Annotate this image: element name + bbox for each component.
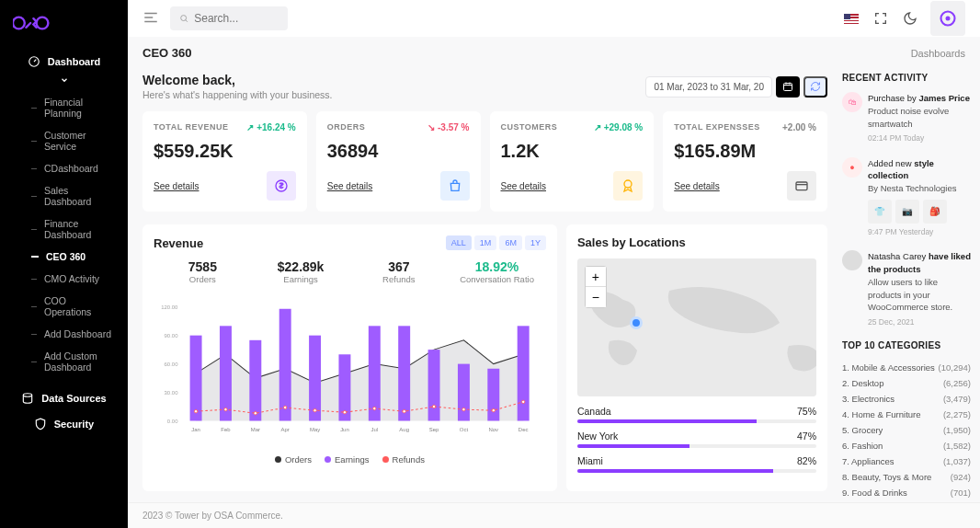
category-row[interactable]: 4. Home & Furniture(2,275) <box>842 407 971 422</box>
svg-rect-22 <box>428 350 440 420</box>
revenue-card: Revenue ALL1M6M1Y 7585Orders$22.89kEarni… <box>142 224 557 491</box>
svg-point-28 <box>254 412 256 415</box>
stat-change: ↗ +29.08 % <box>594 122 643 132</box>
map-zoom-out[interactable]: − <box>586 287 606 307</box>
sidebar-item-sales-dashboard[interactable]: Sales Dashboard <box>18 179 128 212</box>
svg-rect-15 <box>220 326 232 420</box>
search-box[interactable] <box>170 6 288 30</box>
avatar-button[interactable] <box>930 1 965 36</box>
topbar <box>128 0 980 37</box>
gauge-icon <box>28 55 40 68</box>
page-title: CEO 360 <box>142 46 191 60</box>
metric: 18.92%Conversation Ratio <box>448 259 546 284</box>
category-row[interactable]: 6. Fashion(1,582) <box>842 438 971 453</box>
svg-rect-17 <box>279 309 291 421</box>
category-row[interactable]: 2. Desktop(6,256) <box>842 375 971 391</box>
svg-point-26 <box>194 409 197 412</box>
svg-text:120.00: 120.00 <box>161 304 178 310</box>
nav-security[interactable]: Security <box>0 411 128 437</box>
svg-point-7 <box>624 180 632 188</box>
svg-point-34 <box>432 405 435 407</box>
sidebar-item-add-dashboard[interactable]: Add Dashboard <box>18 323 128 345</box>
welcome-title: Welcome back, <box>142 73 333 87</box>
sidebar-item-add-custom-dashboard[interactable]: Add Custom Dashboard <box>18 345 128 378</box>
fullscreen-icon[interactable] <box>872 9 890 28</box>
svg-point-33 <box>403 409 405 412</box>
chevron-down-icon <box>60 75 69 85</box>
svg-text:Aug: Aug <box>399 427 409 432</box>
welcome-subtitle: Here's what's happening with your busine… <box>142 89 333 100</box>
stat-value: 1.2K <box>501 141 644 162</box>
category-row[interactable]: 3. Electronics(3,479) <box>842 391 971 407</box>
menu-icon[interactable] <box>142 9 159 29</box>
footer: 2023 © Tower by OSA Commerce. <box>128 502 980 528</box>
svg-rect-23 <box>458 364 470 421</box>
svg-text:Nov: Nov <box>488 427 498 432</box>
svg-text:Jun: Jun <box>340 427 349 432</box>
svg-text:Feb: Feb <box>221 427 231 432</box>
nav-dashboard[interactable]: Dashboard <box>0 49 128 91</box>
location-row: New York47% <box>577 430 816 448</box>
svg-rect-24 <box>487 369 499 421</box>
see-details-link[interactable]: See details <box>501 181 546 191</box>
logo[interactable] <box>0 13 128 49</box>
revenue-title: Revenue <box>154 236 203 250</box>
sidebar-item-coo-operations[interactable]: COO Operations <box>18 290 128 323</box>
stat-change: ↘ -3.57 % <box>427 122 469 132</box>
sidebar: Dashboard Financial Planning Customer Se… <box>0 0 128 528</box>
activity-icon: 🛍 <box>842 92 862 112</box>
category-row[interactable]: 1. Mobile & Accessories(10,294) <box>842 360 971 375</box>
category-row[interactable]: 5. Grocery(1,950) <box>842 422 971 438</box>
time-tab-1M[interactable]: 1M <box>474 235 497 250</box>
metric: 7585Orders <box>154 259 252 284</box>
sidebar-item-cmo-activity[interactable]: CMO Activity <box>18 268 128 290</box>
database-icon <box>21 392 34 405</box>
calendar-button[interactable] <box>776 76 800 98</box>
time-tab-1Y[interactable]: 1Y <box>525 235 546 250</box>
nav-data-sources[interactable]: Data Sources <box>0 385 128 411</box>
see-details-link[interactable]: See details <box>327 181 372 191</box>
svg-point-32 <box>373 407 376 409</box>
category-row[interactable]: 8. Beauty, Toys & More(924) <box>842 469 971 485</box>
see-details-link[interactable]: See details <box>154 181 199 191</box>
search-input[interactable] <box>194 12 279 25</box>
stat-card-2: CUSTOMERS ↗ +29.08 % 1.2K See details <box>490 111 655 212</box>
svg-point-35 <box>462 407 465 410</box>
sidebar-item-cdashboard[interactable]: CDashboard <box>18 157 128 179</box>
category-row[interactable]: 7. Appliances(1,037) <box>842 453 971 469</box>
stat-value: 36894 <box>327 141 470 162</box>
metric: $22.89kEarnings <box>252 259 350 284</box>
sidebar-item-customer-service[interactable]: Customer Service <box>18 124 128 157</box>
category-row[interactable]: 9. Food & Drinks(701) <box>842 485 971 500</box>
dark-mode-icon[interactable] <box>901 9 919 28</box>
svg-text:60.00: 60.00 <box>165 362 179 367</box>
svg-text:30.00: 30.00 <box>165 390 179 396</box>
refresh-button[interactable] <box>803 76 827 98</box>
metric: 367Refunds <box>349 259 448 284</box>
breadcrumb[interactable]: Dashboards <box>911 48 965 59</box>
svg-point-4 <box>946 17 951 21</box>
sidebar-item-finance-dashboard[interactable]: Finance Dashboard <box>18 212 128 246</box>
svg-rect-14 <box>190 336 202 421</box>
recent-activity-title: RECENT ACTIVITY <box>842 73 971 83</box>
date-range-input[interactable]: 01 Mar, 2023 to 31 Mar, 20 <box>645 76 772 98</box>
svg-text:May: May <box>310 427 320 432</box>
medal-icon <box>613 171 643 201</box>
see-details-link[interactable]: See details <box>674 181 719 191</box>
sidebar-item-financial-planning[interactable]: Financial Planning <box>18 91 128 124</box>
stat-card-1: ORDERS ↘ -3.57 % 36894 See details <box>316 111 481 212</box>
time-tab-ALL[interactable]: ALL <box>446 235 472 250</box>
svg-point-1 <box>24 394 32 397</box>
world-map[interactable]: + − <box>577 258 816 396</box>
stat-card-3: TOTAL EXPENSSES +2.00 % $165.89M See det… <box>663 111 827 212</box>
time-tab-6M[interactable]: 6M <box>499 235 522 250</box>
language-flag[interactable] <box>842 9 860 28</box>
legend-Earnings: Earnings <box>325 454 370 465</box>
svg-point-27 <box>224 407 227 410</box>
refresh-icon <box>810 81 821 92</box>
activity-icon <box>842 250 862 270</box>
svg-point-30 <box>313 408 316 411</box>
svg-point-31 <box>343 411 346 414</box>
sidebar-item-ceo-360[interactable]: CEO 360 <box>18 246 128 268</box>
map-zoom-in[interactable]: + <box>586 267 606 287</box>
